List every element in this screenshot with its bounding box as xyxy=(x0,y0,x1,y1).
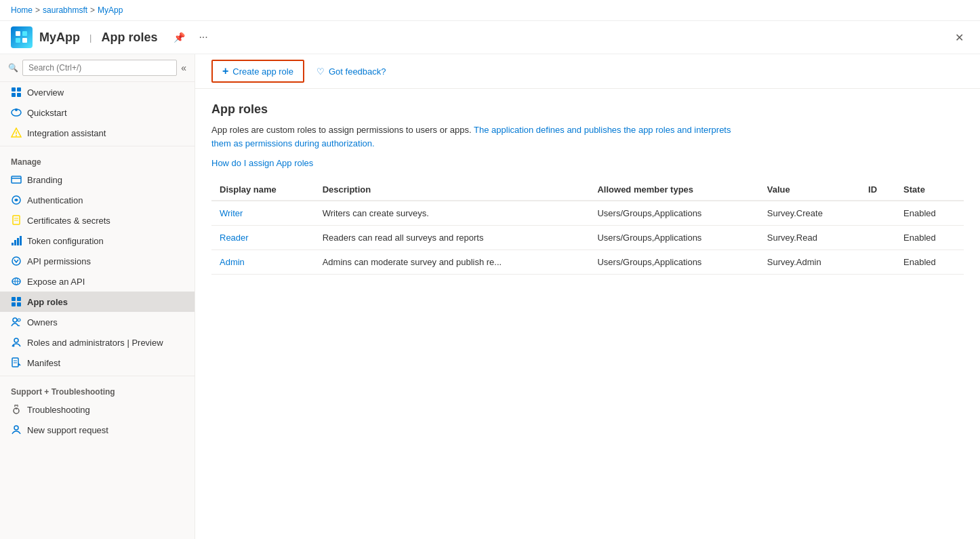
svg-point-12 xyxy=(16,135,17,136)
svg-rect-20 xyxy=(14,240,16,245)
content-page-title: App roles xyxy=(211,102,964,117)
cell-display-name-1[interactable]: Reader xyxy=(211,226,314,250)
desc-part1: App roles are custom roles to assign per… xyxy=(211,125,472,135)
search-icon: 🔍 xyxy=(8,63,18,73)
create-button-label: Create app role xyxy=(232,66,293,77)
cell-id-1 xyxy=(860,226,895,250)
app-roles-icon xyxy=(11,296,22,307)
svg-rect-6 xyxy=(12,93,16,97)
app-name: MyApp xyxy=(39,31,80,45)
got-feedback-button[interactable]: ♡ Got feedback? xyxy=(310,62,393,81)
sidebar-item-new-support-request[interactable]: New support request xyxy=(0,420,195,440)
svg-point-31 xyxy=(13,318,17,322)
role-link-2[interactable]: Admin xyxy=(220,257,245,267)
cell-display-name-2[interactable]: Admin xyxy=(211,250,314,275)
more-options-button[interactable]: ··· xyxy=(195,30,211,45)
sidebar-item-overview[interactable]: Overview xyxy=(0,82,195,102)
sidebar-item-certificates-label: Certificates & secrets xyxy=(27,216,110,226)
cell-member-types-1: Users/Groups,Applications xyxy=(589,226,758,250)
svg-rect-5 xyxy=(17,87,21,92)
sidebar-item-integration-label: Integration assistant xyxy=(27,128,106,138)
sidebar-item-roles-administrators[interactable]: Roles and administrators | Preview xyxy=(0,332,195,353)
breadcrumb-tenant[interactable]: saurabhmsft xyxy=(43,5,87,15)
sidebar-item-authentication-label: Authentication xyxy=(27,195,83,205)
svg-rect-7 xyxy=(17,93,21,97)
svg-rect-21 xyxy=(17,238,19,245)
table-body: Writer Writers can create surveys. Users… xyxy=(211,201,964,275)
app-icon xyxy=(11,26,33,48)
col-description: Description xyxy=(314,179,590,201)
table-row: Writer Writers can create surveys. Users… xyxy=(211,201,964,226)
cell-member-types-0: Users/Groups,Applications xyxy=(589,201,758,226)
title-actions: 📌 ··· xyxy=(169,30,211,45)
token-icon xyxy=(11,235,22,246)
sidebar-item-certificates[interactable]: Certificates & secrets xyxy=(0,210,195,231)
svg-rect-19 xyxy=(12,243,14,245)
sidebar-item-branding[interactable]: Branding xyxy=(0,169,195,190)
manage-divider xyxy=(0,146,195,146)
support-request-icon xyxy=(11,424,22,435)
breadcrumb-home[interactable]: Home xyxy=(11,5,33,15)
cell-display-name-0[interactable]: Writer xyxy=(211,201,314,226)
cell-value-2: Survey.Admin xyxy=(759,250,860,275)
quickstart-icon xyxy=(11,107,22,118)
sidebar-item-app-roles-label: App roles xyxy=(27,297,68,307)
sidebar-search-container: 🔍 « xyxy=(0,54,195,82)
cell-id-2 xyxy=(860,250,895,275)
svg-rect-22 xyxy=(20,236,22,245)
collapse-sidebar-button[interactable]: « xyxy=(181,62,186,73)
sidebar-item-manifest-label: Manifest xyxy=(27,358,60,368)
search-input[interactable] xyxy=(22,60,177,76)
sidebar-item-roles-admin-label: Roles and administrators | Preview xyxy=(27,338,163,348)
support-divider xyxy=(0,376,195,376)
role-link-1[interactable]: Reader xyxy=(220,233,249,243)
sidebar-item-integration-assistant[interactable]: Integration assistant xyxy=(0,123,195,143)
integration-icon xyxy=(11,127,22,138)
sidebar-item-app-roles[interactable]: App roles xyxy=(0,292,195,312)
sidebar-item-troubleshooting[interactable]: Troubleshooting xyxy=(0,399,195,420)
feedback-button-label: Got feedback? xyxy=(329,66,386,77)
sidebar-item-quickstart[interactable]: Quickstart xyxy=(0,102,195,123)
sidebar-item-api-permissions[interactable]: API permissions xyxy=(0,251,195,271)
cell-id-0 xyxy=(860,201,895,226)
sidebar-item-overview-label: Overview xyxy=(27,87,64,98)
sidebar-item-token-configuration[interactable]: Token configuration xyxy=(0,231,195,251)
title-bar: MyApp | App roles 📌 ··· ✕ xyxy=(0,21,980,54)
sidebar-item-expose-api[interactable]: Expose an API xyxy=(0,271,195,292)
sidebar-item-quickstart-label: Quickstart xyxy=(27,108,67,118)
svg-rect-27 xyxy=(12,297,16,301)
col-value: Value xyxy=(759,179,860,201)
cell-description-0: Writers can create surveys. xyxy=(314,201,590,226)
how-to-assign-link[interactable]: How do I assign App roles xyxy=(211,158,313,168)
sidebar-item-owners[interactable]: Owners xyxy=(0,312,195,332)
svg-rect-4 xyxy=(12,87,16,92)
create-app-role-button[interactable]: + Create app role xyxy=(211,60,304,83)
content-body: App roles App roles are custom roles to … xyxy=(195,89,980,288)
svg-rect-13 xyxy=(12,176,21,183)
content-area: + Create app role ♡ Got feedback? App ro… xyxy=(195,54,980,539)
sidebar-item-expose-api-label: Expose an API xyxy=(27,277,85,287)
roles-table: Display name Description Allowed member … xyxy=(211,179,964,275)
authentication-icon xyxy=(11,195,22,205)
sidebar-item-authentication[interactable]: Authentication xyxy=(0,190,195,210)
roles-admin-icon xyxy=(11,337,22,348)
svg-rect-28 xyxy=(17,297,21,301)
role-link-0[interactable]: Writer xyxy=(220,208,243,218)
col-allowed-member-types: Allowed member types xyxy=(589,179,758,201)
sidebar-item-owners-label: Owners xyxy=(27,317,58,327)
cell-value-1: Survey.Read xyxy=(759,226,860,250)
col-state: State xyxy=(895,179,964,201)
api-permissions-icon xyxy=(11,256,22,266)
cell-state-1: Enabled xyxy=(895,226,964,250)
troubleshooting-icon xyxy=(11,404,22,415)
overview-icon xyxy=(11,87,22,98)
cell-description-2: Admins can moderate survey and publish r… xyxy=(314,250,590,275)
expose-api-icon xyxy=(11,276,22,287)
svg-rect-30 xyxy=(17,302,21,306)
pin-button[interactable]: 📌 xyxy=(169,31,189,44)
svg-rect-3 xyxy=(22,38,27,43)
sidebar-item-manifest[interactable]: Manifest xyxy=(0,353,195,373)
svg-point-23 xyxy=(12,257,20,265)
close-button[interactable]: ✕ xyxy=(950,28,969,47)
breadcrumb-app[interactable]: MyApp xyxy=(98,5,123,15)
